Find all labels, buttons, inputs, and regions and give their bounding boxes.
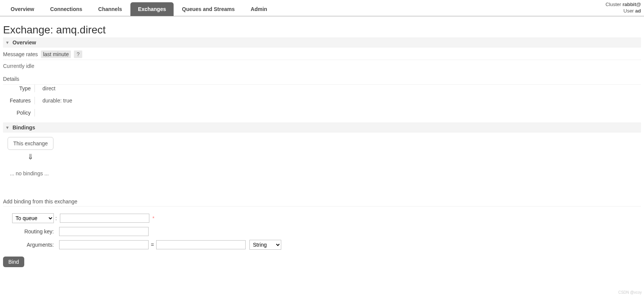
no-bindings-text: ... no bindings ... bbox=[10, 170, 641, 176]
this-exchange-box: This exchange bbox=[8, 137, 53, 150]
message-rates-label: Message rates bbox=[3, 51, 38, 57]
cluster-label: Cluster bbox=[605, 2, 621, 7]
equals-label: = bbox=[151, 242, 154, 248]
argument-value-input[interactable] bbox=[156, 240, 246, 249]
add-binding-form: To queueTo exchange : * Routing key: Arg… bbox=[3, 213, 641, 267]
detail-policy-value bbox=[42, 109, 641, 110]
tab-exchanges[interactable]: Exchanges bbox=[130, 2, 174, 16]
section-bindings-toggle[interactable]: ▼ Bindings bbox=[3, 123, 641, 132]
chevron-down-icon: ▼ bbox=[5, 125, 9, 130]
idle-text: Currently idle bbox=[3, 60, 641, 72]
required-mark: * bbox=[152, 215, 154, 221]
section-bindings-label: Bindings bbox=[13, 124, 35, 131]
bind-button[interactable]: Bind bbox=[3, 257, 24, 267]
details-heading: Details bbox=[3, 73, 641, 85]
message-rates-period[interactable]: last minute bbox=[41, 50, 71, 58]
tab-channels[interactable]: Channels bbox=[91, 2, 130, 16]
header-info: Cluster rabbit@ User ad bbox=[605, 0, 641, 16]
arrow-down-icon: ⇓ bbox=[8, 152, 53, 161]
colon-label: : bbox=[55, 215, 57, 221]
binding-destination-input[interactable] bbox=[60, 214, 149, 223]
routing-key-label: Routing key: bbox=[3, 228, 54, 235]
user-name: ad bbox=[635, 8, 641, 14]
help-icon[interactable]: ? bbox=[74, 50, 82, 58]
message-rates-row: Message rates last minute ? bbox=[3, 48, 641, 60]
argument-key-input[interactable] bbox=[59, 240, 149, 249]
user-label: User bbox=[624, 8, 634, 14]
tab-overview[interactable]: Overview bbox=[3, 2, 42, 16]
cluster-name: rabbit@ bbox=[622, 2, 641, 7]
detail-features-label: Features bbox=[5, 97, 35, 104]
page-title: Exchange: amq.direct bbox=[3, 24, 641, 36]
arguments-label: Arguments: bbox=[3, 242, 54, 248]
add-binding-heading: Add binding from this exchange bbox=[3, 198, 641, 206]
section-overview-label: Overview bbox=[13, 39, 36, 46]
tab-admin[interactable]: Admin bbox=[243, 2, 275, 16]
title-prefix: Exchange: bbox=[3, 24, 53, 36]
argument-type-select[interactable]: StringNumberBooleanList bbox=[249, 240, 281, 250]
detail-type-value: direct bbox=[42, 85, 641, 92]
nav-tabs: Overview Connections Channels Exchanges … bbox=[0, 0, 644, 16]
tab-connections[interactable]: Connections bbox=[42, 2, 90, 16]
routing-key-input[interactable] bbox=[59, 227, 149, 236]
chevron-down-icon: ▼ bbox=[5, 40, 9, 45]
detail-policy-label: Policy bbox=[5, 109, 35, 117]
details-label: Details bbox=[3, 76, 19, 82]
section-overview-toggle[interactable]: ▼ Overview bbox=[3, 38, 641, 47]
details-table: Type direct Features durable: true Polic… bbox=[5, 85, 641, 117]
tab-queues-streams[interactable]: Queues and Streams bbox=[174, 2, 242, 16]
title-exchange-name: amq.direct bbox=[56, 24, 106, 36]
detail-type-label: Type bbox=[5, 85, 35, 92]
binding-target-select[interactable]: To queueTo exchange bbox=[12, 213, 54, 223]
detail-features-value: durable: true bbox=[42, 97, 641, 104]
